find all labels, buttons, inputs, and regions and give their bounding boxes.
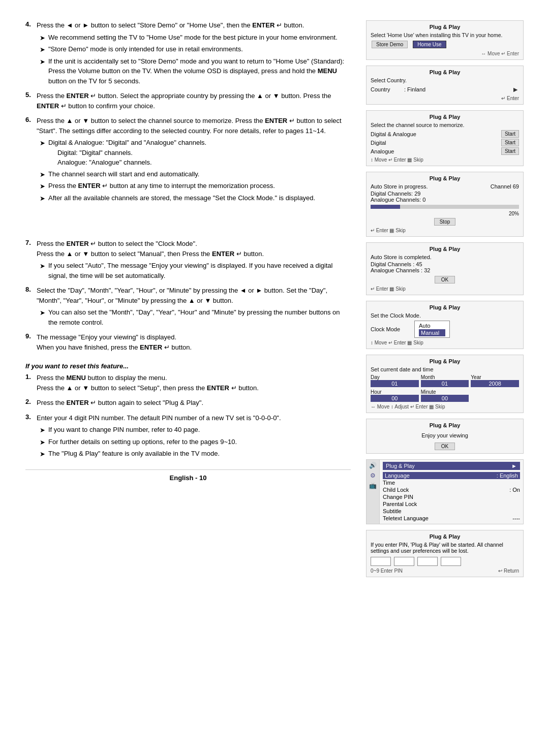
setup-title: Plug & Play [386,463,415,469]
home-use-btn[interactable]: Home Use [413,41,446,48]
panel7-hour-val[interactable]: 00 [371,395,419,402]
setup-icon-2: ⚙ [370,472,376,479]
panel3-row3-btn[interactable]: Start [501,147,519,155]
step-9: 9. The message "Enjoy your viewing" is d… [25,332,351,352]
panel3-row2-btn[interactable]: Start [501,139,519,146]
pin-nav-right: ↩ Return [498,568,519,574]
panel4-subtitle2: Channel 69 [491,183,519,190]
panel3-row3: Analogue Start [371,147,519,155]
panel7-month-cell: Month 01 [421,374,469,387]
setup-menu-childlock-value: : On [509,487,520,493]
pin-box-2[interactable] [394,557,414,566]
panel5-nav: ↵ Enter ▦ Skip [371,286,519,292]
panel7-minute-cell: Minute 00 [421,389,469,402]
reset-header: If you want to reset this feature... [25,362,351,370]
pin-box-4[interactable] [441,557,461,566]
reset-3-sub1: ➤ If you want to change PIN number, refe… [40,425,351,435]
panel1-title: Plug & Play [371,24,519,30]
panel4-stop-btn[interactable]: Stop [434,218,456,226]
panel7-minute-val[interactable]: 00 [421,395,469,402]
setup-menu-subtitle[interactable]: Subtitle [383,508,520,515]
panel5-title: Plug & Play [371,246,519,252]
pin-panel-title: Plug & Play [371,533,519,540]
panel7-title: Plug & Play [371,358,519,364]
setup-icon-3: 📺 [369,482,377,489]
step-8-num: 8. [25,286,34,305]
setup-menu-language[interactable]: Language : English [383,472,520,479]
step-6-sub1: ➤ Digital & Analogue: "Digital" and "Ana… [40,138,351,168]
tv-panel-4: Plug & Play Auto Store in progress. Chan… [366,172,524,237]
panel6-opt2[interactable]: Manual [419,329,445,336]
tv-panel-2: Plug & Play Select Country. Country : Fi… [366,66,524,105]
panel3-row1-btn[interactable]: Start [501,130,519,138]
setup-menu-time[interactable]: Time [383,479,520,486]
panel4-row2: Analogue Channels: 0 [371,197,519,203]
reset-step-1: 1. Press the MENU button to display the … [25,373,351,393]
panel4-title: Plug & Play [371,175,519,181]
setup-arrow: ► [511,463,517,469]
panel6-opt1[interactable]: Auto [419,322,445,329]
step-6-text: Press the ▲ or ▼ button to select the ch… [37,116,351,136]
panel2-title: Plug & Play [371,69,519,75]
setup-sidebar: 🔊 ⚙ 📺 [367,460,380,524]
reset-2-text: Press the ENTER ↵ button again to select… [37,398,203,408]
panel3-row2-label: Digital [371,140,386,146]
panel6-nav: ↕ Move ↵ Enter ▦ Skip [371,340,519,345]
step-4-sub3: ➤ If the unit is accidentally set to "St… [40,56,351,86]
setup-title-bar: Plug & Play ► [383,462,520,470]
panel8-ok-btn[interactable]: OK [435,443,455,450]
panel7-empty-cell [471,389,519,402]
tv-panel-6: Plug & Play Set the Clock Mode. Clock Mo… [366,301,524,349]
setup-menu-childlock[interactable]: Child Lock : On [383,486,520,493]
tv-panel-8: Plug & Play Enjoy your viewing OK [366,419,524,454]
setup-menu-teletext[interactable]: Teletext Language ---- [383,515,520,522]
setup-menu-changepin[interactable]: Change PIN [383,493,520,500]
step-7-num: 7. [25,239,34,259]
panel8-subtitle: Enjoy your viewing [371,432,519,438]
tv-panel-7: Plug & Play Set current date and time Da… [366,355,524,413]
panel6-clock-mode-box: Auto Manual [414,321,450,338]
panel7-subtitle: Set current date and time [371,366,519,372]
step-7-sub1: ➤ If you select "Auto", The message "Enj… [40,261,351,280]
panel2-country-row: Country : Finland ► [371,85,519,93]
step-7-text: Press the ENTER ↵ button to select the "… [37,239,264,259]
reset-3-sub3: ➤ The "Plug & Play" feature is only avai… [40,449,351,459]
panel5-row2: Analogue Channels : 32 [371,267,519,273]
reset-1-text: Press the MENU button to display the men… [37,373,259,393]
panel3-row3-label: Analogue [371,148,394,154]
setup-menu-language-label: Language [385,472,410,479]
panel7-year-val[interactable]: 2008 [471,380,519,387]
panel7-hour-label: Hour [371,389,419,395]
step-8-text: Select the "Day", "Month", "Year", "Hour… [37,286,351,305]
reset-step-3: 3. Enter your 4 digit PIN number. The de… [25,413,351,459]
panel3-row1-label: Digital & Analogue [371,131,416,137]
pin-box-3[interactable] [417,557,438,566]
pin-box-1[interactable] [371,557,391,566]
setup-menu-subtitle-label: Subtitle [383,508,402,514]
footer-text: English - 10 [170,474,207,482]
setup-panel: 🔊 ⚙ 📺 Plug & Play ► Language : English T… [366,459,524,524]
step-4-sub2: ➤ "Store Demo" mode is only intended for… [40,44,351,55]
store-demo-btn[interactable]: Store Demo [372,41,408,48]
setup-menu-parentallock[interactable]: Parental Lock [383,500,520,508]
panel8-title: Plug & Play [371,422,519,428]
pin-panel-text: If you enter PIN, 'Plug & Play' will be … [371,542,519,554]
step-7: 7. Press the ENTER ↵ button to select th… [25,239,351,280]
panel7-hour-cell: Hour 00 [371,389,419,402]
panel4-row1: Digital Channels: 29 [371,191,519,197]
panel7-day-val[interactable]: 01 [371,380,419,387]
panel4-progress-bar [371,205,519,209]
setup-menu-language-value: : English [497,472,518,479]
panel6-subtitle: Set the Clock Mode. [371,312,519,319]
panel1-nav: ↔ Move ↵ Enter [371,51,519,56]
panel7-month-val[interactable]: 01 [421,380,469,387]
panel2-country-label: Country [371,86,401,92]
panel5-ok-btn[interactable]: OK [435,276,455,284]
step-6-num: 6. [25,116,34,136]
step-4-text: Press the ◄ or ► button to select "Store… [37,20,304,30]
panel1-subtitle: Select 'Home Use' when installing this T… [371,32,519,38]
panel2-country-value: : Finland [404,86,425,92]
step-9-text: The message "Enjoy your viewing" is disp… [37,332,192,352]
panel7-day-label: Day [371,374,419,380]
panel2-nav: ↵ Enter [371,96,519,101]
